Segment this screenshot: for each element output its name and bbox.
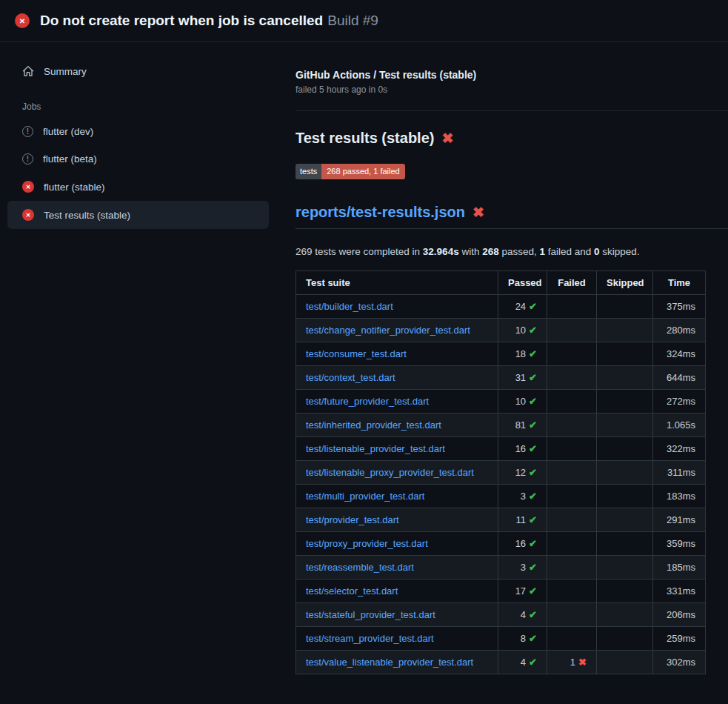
failed-cell: 1✖ bbox=[547, 651, 597, 674]
passed-cell: 4✔ bbox=[498, 603, 547, 627]
table-row: test/selector_test.dart17✔331ms bbox=[296, 580, 706, 603]
test-suite-link[interactable]: test/change_notifier_provider_test.dart bbox=[306, 325, 470, 336]
failed-cell bbox=[547, 556, 597, 580]
test-suite-link[interactable]: test/listenable_provider_test.dart bbox=[306, 443, 445, 454]
time-cell: 644ms bbox=[653, 366, 706, 390]
check-icon: ✔ bbox=[529, 514, 537, 525]
sidebar-item-test-results-stable[interactable]: ✕Test results (stable) bbox=[7, 201, 269, 229]
test-suite-cell: test/value_listenable_provider_test.dart bbox=[296, 651, 498, 674]
failed-cell bbox=[547, 366, 597, 390]
passed-cell: 10✔ bbox=[498, 390, 547, 414]
time-cell: 322ms bbox=[653, 437, 706, 461]
table-row: test/context_test.dart31✔644ms bbox=[296, 366, 706, 390]
passed-cell: 8✔ bbox=[498, 627, 547, 651]
column-header-failed: Failed bbox=[547, 271, 597, 295]
summary-text: 269 tests were completed in bbox=[295, 246, 423, 257]
table-row: test/change_notifier_provider_test.dart1… bbox=[296, 319, 706, 342]
failed-cell bbox=[547, 342, 597, 366]
count-value: 11 bbox=[516, 514, 527, 525]
sidebar-item-label: Test results (stable) bbox=[44, 210, 130, 221]
test-suite-link[interactable]: test/inherited_provider_test.dart bbox=[306, 419, 441, 431]
table-row: test/provider_test.dart11✔291ms bbox=[296, 508, 706, 532]
test-suite-link[interactable]: test/context_test.dart bbox=[306, 372, 395, 383]
test-suite-link[interactable]: test/selector_test.dart bbox=[306, 585, 398, 597]
check-icon: ✔ bbox=[529, 538, 537, 549]
sidebar: Summary Jobs !flutter (dev)!flutter (bet… bbox=[0, 42, 278, 229]
badge-value: 268 passed, 1 failed bbox=[321, 164, 404, 179]
check-icon: ✔ bbox=[529, 609, 537, 620]
test-suite-cell: test/stream_provider_test.dart bbox=[296, 627, 498, 651]
passed-cell: 18✔ bbox=[498, 342, 547, 366]
sidebar-item-flutter-stable[interactable]: ✕flutter (stable) bbox=[7, 173, 269, 201]
test-suite-cell: test/selector_test.dart bbox=[296, 580, 498, 603]
test-suite-link[interactable]: test/builder_test.dart bbox=[306, 301, 393, 312]
test-suite-cell: test/builder_test.dart bbox=[296, 295, 498, 319]
failed-cell bbox=[547, 319, 597, 342]
count-value: 1 bbox=[570, 657, 575, 668]
sidebar-item-label: Summary bbox=[44, 66, 87, 77]
run-title: Do not create report when job is cancell… bbox=[40, 13, 323, 28]
failed-cell bbox=[547, 414, 597, 437]
time-cell: 206ms bbox=[653, 603, 706, 627]
skipped-cell bbox=[597, 580, 653, 603]
test-suite-link[interactable]: test/future_provider_test.dart bbox=[306, 396, 429, 407]
passed-cell: 3✔ bbox=[498, 556, 547, 580]
time-cell: 183ms bbox=[653, 485, 706, 508]
test-suite-link[interactable]: test/proxy_provider_test.dart bbox=[306, 538, 428, 549]
count-value: 3 bbox=[521, 562, 526, 573]
time-cell: 1.065s bbox=[653, 414, 706, 437]
skipped-cell bbox=[597, 390, 653, 414]
column-header-time: Time bbox=[653, 271, 706, 295]
failed-cell bbox=[547, 508, 597, 532]
sidebar-item-summary[interactable]: Summary bbox=[7, 59, 269, 84]
table-row: test/listenable_proxy_provider_test.dart… bbox=[296, 461, 706, 485]
check-icon: ✔ bbox=[529, 396, 537, 407]
count-value: 18 bbox=[515, 348, 526, 359]
table-row: test/stateful_provider_test.dart4✔206ms bbox=[296, 603, 706, 627]
check-icon: ✔ bbox=[529, 491, 537, 502]
test-suite-cell: test/future_provider_test.dart bbox=[296, 390, 498, 414]
failed-cell bbox=[547, 295, 597, 319]
column-header-skipped: Skipped bbox=[597, 271, 653, 295]
skipped-cell bbox=[597, 532, 653, 556]
test-suite-link[interactable]: test/multi_provider_test.dart bbox=[306, 491, 424, 502]
failed-x-icon: ✖ bbox=[472, 204, 484, 221]
test-suite-link[interactable]: test/value_listenable_provider_test.dart bbox=[306, 657, 473, 668]
passed-cell: 12✔ bbox=[498, 461, 547, 485]
count-value: 16 bbox=[515, 443, 526, 454]
skipped-cell bbox=[597, 342, 653, 366]
test-suite-link[interactable]: test/stateful_provider_test.dart bbox=[306, 609, 435, 620]
test-suite-link[interactable]: test/listenable_proxy_provider_test.dart bbox=[306, 467, 474, 478]
test-suite-link[interactable]: test/provider_test.dart bbox=[306, 514, 399, 525]
table-row: test/reassemble_test.dart3✔185ms bbox=[296, 556, 706, 580]
sidebar-item-flutter-beta[interactable]: !flutter (beta) bbox=[7, 145, 269, 173]
check-icon: ✔ bbox=[529, 348, 537, 359]
check-icon: ✔ bbox=[529, 657, 537, 668]
summary-text: with bbox=[459, 246, 483, 257]
test-suite-link[interactable]: test/consumer_test.dart bbox=[306, 348, 407, 359]
failed-cell bbox=[547, 603, 597, 627]
count-value: 31 bbox=[515, 372, 526, 383]
test-suite-link[interactable]: test/reassemble_test.dart bbox=[306, 562, 414, 573]
time-cell: 324ms bbox=[653, 342, 706, 366]
sidebar-item-flutter-dev[interactable]: !flutter (dev) bbox=[7, 118, 269, 145]
count-value: 8 bbox=[521, 633, 526, 644]
tests-badge: tests 268 passed, 1 failed bbox=[295, 164, 405, 179]
table-row: test/proxy_provider_test.dart16✔359ms bbox=[296, 532, 706, 556]
count-value: 10 bbox=[515, 325, 526, 336]
passed-cell: 16✔ bbox=[498, 437, 547, 461]
passed-cell: 17✔ bbox=[498, 580, 547, 603]
count-value: 24 bbox=[515, 301, 526, 312]
skipped-cell bbox=[597, 485, 653, 508]
sidebar-item-label: flutter (dev) bbox=[43, 126, 93, 137]
skipped-cell bbox=[597, 461, 653, 485]
test-suite-cell: test/change_notifier_provider_test.dart bbox=[296, 319, 498, 342]
summary-value: 32.964s bbox=[423, 246, 459, 257]
test-table-body: test/builder_test.dart24✔375mstest/chang… bbox=[296, 295, 706, 674]
test-results-table: Test suite Passed Failed Skipped Time te… bbox=[295, 270, 706, 674]
count-value: 81 bbox=[515, 419, 526, 431]
summary-value: 0 bbox=[594, 246, 600, 257]
test-suite-link[interactable]: test/stream_provider_test.dart bbox=[306, 633, 434, 644]
test-suite-cell: test/inherited_provider_test.dart bbox=[296, 414, 498, 437]
report-file-link[interactable]: reports/test-results.json bbox=[295, 204, 465, 221]
